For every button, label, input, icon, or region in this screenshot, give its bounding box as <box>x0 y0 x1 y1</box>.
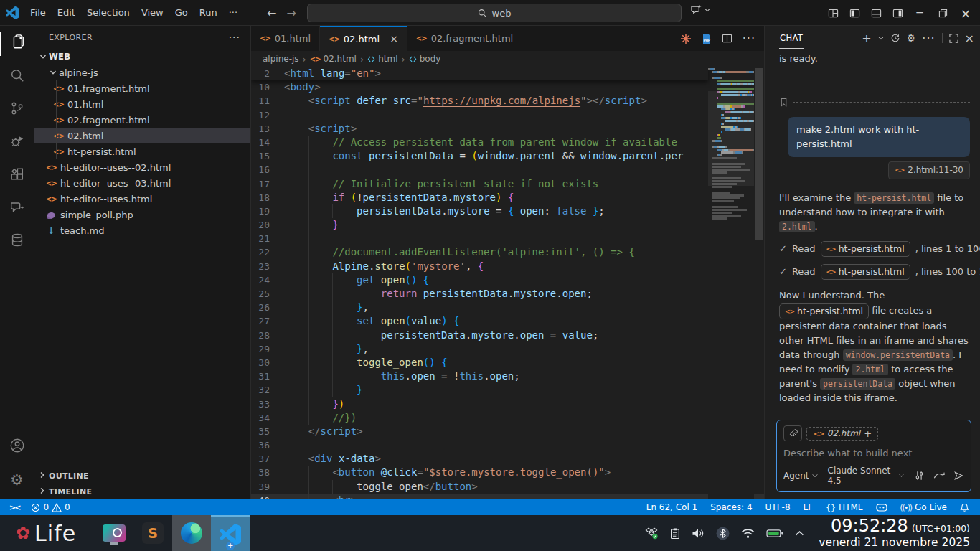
launcher-label[interactable]: Life <box>34 521 76 546</box>
activitybar-run-debug[interactable] <box>0 126 34 159</box>
chat-tab[interactable]: CHAT <box>779 27 804 49</box>
command-center-search[interactable]: web <box>307 4 682 22</box>
split-editor-icon[interactable] <box>722 33 732 44</box>
tree-item-ht-editor--uses--02.html[interactable]: <>ht-editor--uses--02.html <box>34 159 250 175</box>
menu-view[interactable]: View <box>136 4 169 22</box>
code-line-2[interactable]: 2<html lang="en"> <box>251 67 708 80</box>
tree-item-ht-editor--uses--03.html[interactable]: <>ht-editor--uses--03.html <box>34 175 250 191</box>
code-line-11[interactable]: 11 <script defer src="https://unpkg.com/… <box>251 94 764 108</box>
tree-item-01.fragment.html[interactable]: <>01.fragment.html <box>34 80 250 96</box>
code-line-33[interactable]: 33 }) <box>251 397 764 411</box>
menu-file[interactable]: File <box>24 4 52 22</box>
code-line-31[interactable]: 31 this.open = !this.open; <box>251 369 764 383</box>
customize-layout-icon[interactable] <box>824 4 842 22</box>
voice-icon[interactable] <box>933 471 945 481</box>
code-line-26[interactable]: 26 }, <box>251 301 764 314</box>
code-line-20[interactable]: 20 } <box>251 218 764 232</box>
cursor-position[interactable]: Ln 62, Col 1 <box>643 499 702 515</box>
breadcrumb-alpine-js[interactable]: alpine-js <box>263 54 299 64</box>
volume-tray-icon[interactable] <box>692 528 705 539</box>
tree-item-02.html[interactable]: <>02.html <box>34 128 250 143</box>
editor-scrollbar[interactable] <box>754 67 764 499</box>
toggle-sidebar-right-icon[interactable] <box>888 4 907 22</box>
new-chat-icon[interactable]: + <box>862 32 871 45</box>
minimize-button[interactable]: ─ <box>910 3 930 23</box>
sidebar-section-timeline[interactable]: TIMELINE <box>34 484 250 499</box>
tab-02.fragment.html[interactable]: <>02.fragment.html <box>407 26 522 51</box>
toggle-sidebar-left-icon[interactable] <box>845 4 864 22</box>
go-live-button[interactable]: ((•))Go Live <box>897 499 951 515</box>
bluetooth-tray-icon[interactable] <box>716 527 730 540</box>
clipboard-tray-icon[interactable] <box>670 527 680 540</box>
tree-item-02.fragment.html[interactable]: <>02.fragment.html <box>34 112 250 128</box>
tree-folder-alpine-js[interactable]: alpine-js <box>34 65 250 80</box>
code-line-12[interactable]: 12 <box>251 108 764 122</box>
taskbar-sublime-text[interactable]: S <box>133 515 172 551</box>
file-reference-chip[interactable]: <>ht-persist.html <box>779 303 869 319</box>
chat-text-input[interactable]: Describe what to build next <box>783 448 964 458</box>
code-line-23[interactable]: 23 Alpine.store('mystore', { <box>251 260 764 273</box>
restore-button[interactable] <box>933 3 953 23</box>
code-line-27[interactable]: 27 set open(value) { <box>251 314 764 328</box>
sidebar-section-outline[interactable]: OUTLINE <box>34 468 250 484</box>
code-line-36[interactable]: 36 <box>251 438 764 452</box>
model-dropdown[interactable]: Claude Sonnet 4.5 <box>828 466 904 486</box>
breadcrumb-body[interactable]: body <box>409 54 441 64</box>
code-line-35[interactable]: 35 </script> <box>251 425 764 438</box>
activitybar-database[interactable] <box>0 225 34 258</box>
battery-tray-icon[interactable] <box>766 529 783 538</box>
tab-02.html[interactable]: <>02.html× <box>320 26 407 51</box>
tool-call-row[interactable]: ✓Read<>ht-persist.html, lines 1 to 100 <box>779 241 970 257</box>
code-line-16[interactable]: 16 <box>251 163 764 176</box>
code-line-13[interactable]: 13 <script> <box>251 122 764 136</box>
taskbar-clock[interactable]: 09:52:28 (UTC+01:00) venerdì 21 novembre… <box>819 517 970 549</box>
code-line-18[interactable]: 18 if (!persistentData.mystore) { <box>251 191 764 204</box>
copilot-menu-button[interactable] <box>690 4 710 15</box>
language-mode[interactable]: {}HTML <box>822 499 866 515</box>
tools-icon[interactable] <box>914 471 925 481</box>
activitybar-chat[interactable] <box>0 192 34 225</box>
code-line-39[interactable]: 39 toggle open</button> <box>251 480 764 494</box>
explorer-more-icon[interactable]: ··· <box>229 32 240 43</box>
remote-indicator[interactable]: >< <box>6 499 23 515</box>
code-line-24[interactable]: 24 get open() { <box>251 273 764 287</box>
add-attachment-icon[interactable]: + <box>864 428 872 439</box>
menu-edit[interactable]: Edit <box>52 4 81 22</box>
chat-settings-gear-icon[interactable]: ⚙ <box>907 32 916 44</box>
minimap[interactable] <box>708 67 754 499</box>
code-line-21[interactable]: 21 <box>251 232 764 245</box>
activitybar-source-control[interactable] <box>0 93 34 126</box>
breadcrumb-02.html[interactable]: <>02.html <box>310 54 357 64</box>
taskbar-edge[interactable] <box>172 515 211 551</box>
chat-input-box[interactable]: <> 02.html + Describe what to build next… <box>776 420 971 492</box>
breadcrumb[interactable]: alpine-js›<>02.html›html›body <box>251 51 764 67</box>
code-line-17[interactable]: 17 // Initialize persistent state if not… <box>251 177 764 191</box>
taskbar-vscode[interactable]: + <box>211 515 250 551</box>
tool-call-row[interactable]: ✓Read<>ht-persist.html, lines 100 to 116 <box>779 264 970 280</box>
history-icon[interactable] <box>890 33 900 43</box>
user-message-reference[interactable]: <>2.html:11-30 <box>888 161 970 179</box>
new-chat-dropdown-icon[interactable] <box>878 36 884 40</box>
menu-go[interactable]: Go <box>169 4 194 22</box>
code-line-34[interactable]: 34 //}) <box>251 411 764 425</box>
tree-item-01.html[interactable]: <>01.html <box>34 96 250 112</box>
attached-file-chip[interactable]: <> 02.html + <box>806 427 878 441</box>
tree-item-simple_poll.php[interactable]: simple_poll.php <box>34 207 250 222</box>
tree-root-web[interactable]: WEB <box>34 49 250 65</box>
menu-more[interactable]: ··· <box>223 4 243 22</box>
eol-sequence[interactable]: LF <box>800 499 817 515</box>
code-line-10[interactable]: 10<body> <box>251 80 764 94</box>
activitybar-search[interactable] <box>0 60 34 93</box>
code-line-40[interactable]: 40 <br> <box>251 494 764 499</box>
tree-item-ht-editor--uses.html[interactable]: <>ht-editor--uses.html <box>34 191 250 207</box>
code-line-22[interactable]: 22 //document.addEventListener('alpine:i… <box>251 245 764 259</box>
notifications-bell-icon[interactable] <box>956 499 973 515</box>
indentation[interactable]: Spaces: 4 <box>707 499 755 515</box>
tab-01.html[interactable]: <>01.html <box>251 26 320 51</box>
mode-dropdown[interactable]: Agent <box>783 471 818 481</box>
nav-back-icon[interactable]: ← <box>267 6 276 20</box>
attach-context-button[interactable] <box>783 425 802 441</box>
breadcrumb-html[interactable]: html <box>367 54 397 64</box>
taskbar-screenshot-tool[interactable] <box>95 515 133 551</box>
code-line-37[interactable]: 37 <div x-data> <box>251 452 764 466</box>
